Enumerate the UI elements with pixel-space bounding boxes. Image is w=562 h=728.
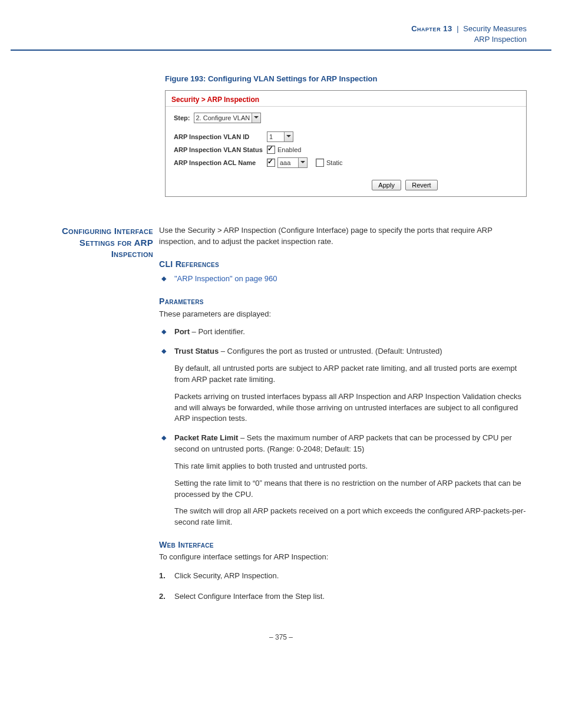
figure-breadcrumb: Security > ARP Inspection bbox=[166, 91, 526, 107]
web-interface-heading: Web Interface bbox=[159, 539, 527, 551]
param-port: Port – Port identifier. bbox=[159, 327, 527, 338]
apply-button[interactable]: Apply bbox=[372, 180, 401, 190]
cli-reference-item: "ARP Inspection" on page 960 bbox=[159, 274, 527, 285]
vlan-id-select[interactable]: 1 bbox=[267, 131, 293, 142]
static-label: Static bbox=[326, 159, 343, 166]
page-header: Chapter 13 | Security Measures ARP Inspe… bbox=[0, 0, 562, 50]
web-interface-intro: To configure interface settings for ARP … bbox=[159, 552, 527, 563]
param-packet-rate-limit: Packet Rate Limit – Sets the maximum num… bbox=[159, 433, 527, 528]
vlan-status-label: ARP Inspection VLAN Status bbox=[174, 146, 267, 153]
figure-screenshot: Security > ARP Inspection Step: 2. Confi… bbox=[165, 90, 527, 197]
intro-paragraph: Use the Security > ARP Inspection (Confi… bbox=[159, 225, 527, 248]
chapter-title: Security Measures bbox=[463, 24, 527, 33]
page-number: – 375 – bbox=[35, 633, 527, 641]
step-select[interactable]: 2. Configure VLAN bbox=[194, 113, 262, 123]
chapter-subtitle: ARP Inspection bbox=[474, 35, 527, 44]
acl-name-select[interactable]: aaa bbox=[277, 157, 308, 168]
param-trust-status: Trust Status – Configures the port as tr… bbox=[159, 346, 527, 424]
step-2: Select Configure Interface from the Step… bbox=[159, 591, 527, 602]
section-side-heading: Configuring Interface Settings for ARP I… bbox=[35, 225, 159, 612]
figure-caption: Figure 193: Configuring VLAN Settings fo… bbox=[165, 74, 527, 83]
step-label: Step: bbox=[174, 114, 190, 121]
vlan-status-text: Enabled bbox=[277, 146, 301, 153]
static-checkbox[interactable] bbox=[316, 159, 324, 167]
section-body: Use the Security > ARP Inspection (Confi… bbox=[159, 225, 527, 612]
chapter-label: Chapter 13 bbox=[411, 24, 452, 33]
cli-references-heading: CLI References bbox=[159, 258, 527, 270]
step-1: Click Security, ARP Inspection. bbox=[159, 571, 527, 582]
parameters-intro: These parameters are displayed: bbox=[159, 309, 527, 320]
parameters-heading: Parameters bbox=[159, 295, 527, 307]
cli-reference-link[interactable]: "ARP Inspection" on page 960 bbox=[174, 274, 277, 283]
acl-enable-checkbox[interactable] bbox=[267, 159, 275, 167]
revert-button[interactable]: Revert bbox=[405, 180, 437, 190]
vlan-status-checkbox[interactable] bbox=[267, 146, 275, 154]
acl-name-label: ARP Inspection ACL Name bbox=[174, 159, 267, 166]
vlan-id-label: ARP Inspection VLAN ID bbox=[174, 133, 267, 140]
separator: | bbox=[454, 24, 461, 33]
